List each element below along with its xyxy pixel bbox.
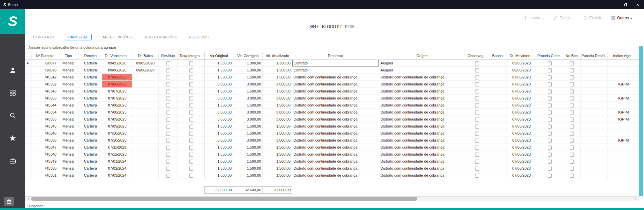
observacao-checkbox[interactable] bbox=[475, 146, 479, 150]
cell-banco[interactable] bbox=[488, 109, 507, 116]
cell-vlr-atualizado[interactable]: 1.500,00 bbox=[263, 74, 292, 81]
vscroll-thumb[interactable] bbox=[639, 46, 643, 196]
cell-parcela-residuo[interactable] bbox=[580, 102, 608, 109]
cell-vlr-original[interactable]: 1.500,00 bbox=[205, 151, 233, 158]
cell-dt-vencimento[interactable]: 07/02/2024 bbox=[102, 165, 132, 172]
table-row[interactable]: 745344 Mensal Carteira 07/08/2023 1.500,… bbox=[25, 102, 639, 109]
cell-vlr-corrigido[interactable]: 3.000,00 bbox=[233, 81, 263, 88]
residuo-checkbox[interactable] bbox=[166, 167, 170, 171]
cell-parcela[interactable]: 745353 bbox=[31, 95, 58, 102]
cell-vlr-original[interactable]: 3.000,00 bbox=[205, 81, 233, 88]
row-indicator-header[interactable] bbox=[25, 52, 31, 60]
no-banco-checkbox[interactable] bbox=[570, 111, 574, 115]
cell-dt-baixa[interactable] bbox=[132, 165, 158, 172]
parcela-contrato-checkbox[interactable] bbox=[548, 146, 552, 150]
cell-vlr-original[interactable]: 1.300,00 bbox=[205, 60, 233, 67]
no-banco-checkbox[interactable] bbox=[570, 146, 574, 150]
cell-parcela-residuo[interactable] bbox=[580, 130, 608, 137]
cell-dt-vencimento[interactable]: 09/06/2020 bbox=[102, 67, 132, 74]
cell-vlr-corrigido[interactable]: 3.000,00 bbox=[233, 95, 263, 102]
parcela-contrato-checkbox[interactable] bbox=[548, 89, 552, 93]
observacao-checkbox[interactable] bbox=[475, 118, 479, 122]
cell-banco[interactable] bbox=[488, 137, 507, 144]
observacao-checkbox[interactable] bbox=[475, 139, 479, 143]
cell-dt-vencimento[interactable]: 07/09/2023 bbox=[102, 116, 132, 123]
apps-grid-icon[interactable] bbox=[9, 89, 16, 96]
cell-indice[interactable] bbox=[608, 144, 639, 151]
cell-parcela[interactable]: 745352 bbox=[31, 81, 58, 88]
column-header-parcela-contr-[interactable]: Parcela Contr... bbox=[536, 52, 563, 60]
cell-parcela-residuo[interactable] bbox=[580, 158, 608, 165]
table-row[interactable]: 745350 Mensal Carteira 07/02/2024 1.500,… bbox=[25, 165, 639, 172]
residuo-checkbox[interactable] bbox=[166, 68, 170, 72]
no-banco-checkbox[interactable] bbox=[570, 139, 574, 143]
cell-processo[interactable]: Distrato com continuidade de cobrança bbox=[292, 95, 379, 102]
column-header-observac-[interactable]: Observaç... bbox=[466, 52, 488, 60]
cell-dt-baixa[interactable] bbox=[132, 130, 158, 137]
cell-parcela[interactable]: 728078 bbox=[31, 67, 58, 74]
column-header-parcela-resid-[interactable]: Parcela Resíd... bbox=[580, 52, 608, 60]
taxa-integrada-checkbox[interactable] bbox=[189, 160, 193, 164]
horizontal-scrollbar[interactable]: ‹ › bbox=[25, 196, 639, 201]
cell-processo[interactable]: Contrato bbox=[292, 60, 379, 67]
cell-dt-movimento[interactable]: 07/06/2023 bbox=[507, 137, 536, 144]
cell-dt-baixa[interactable] bbox=[132, 102, 158, 109]
cell-indice[interactable]: IGP-M bbox=[608, 109, 639, 116]
parcela-contrato-checkbox[interactable] bbox=[548, 82, 552, 86]
taxa-integrada-checkbox[interactable] bbox=[189, 132, 193, 136]
taxa-integrada-checkbox[interactable] bbox=[189, 139, 193, 143]
column-header-dt-baixa[interactable]: Dt. Baixa bbox=[132, 52, 158, 60]
cell-receita[interactable]: Carteira bbox=[79, 151, 102, 158]
cell-banco[interactable] bbox=[488, 116, 507, 123]
tab-antecipacoes[interactable]: ANTECIPAÇÕES bbox=[102, 34, 133, 40]
table-row[interactable]: 745352 Mensal Carteira 07/06/2023 3.000,… bbox=[25, 81, 639, 88]
cell-processo[interactable]: Distrato com continuidade de cobrança bbox=[292, 151, 379, 158]
cell-vlr-corrigido[interactable]: 3.000,00 bbox=[233, 137, 263, 144]
cell-tipo[interactable]: Mensal bbox=[58, 109, 79, 116]
cell-origem[interactable]: Distrato com continuidade de cobrança bbox=[379, 74, 466, 81]
table-row[interactable]: 745353 Mensal Carteira 07/07/2023 3.000,… bbox=[25, 95, 639, 102]
observacao-checkbox[interactable] bbox=[475, 125, 479, 129]
cell-parcela-residuo[interactable] bbox=[580, 60, 608, 67]
no-banco-checkbox[interactable] bbox=[570, 125, 574, 129]
parcela-contrato-checkbox[interactable] bbox=[548, 139, 552, 143]
cell-origem[interactable]: Distrato com continuidade de cobrança bbox=[379, 144, 466, 151]
cell-origem[interactable]: Distrato com continuidade de cobrança bbox=[379, 102, 466, 109]
cell-dt-movimento[interactable]: 07/06/2023 bbox=[507, 130, 536, 137]
taxa-integrada-checkbox[interactable] bbox=[189, 153, 193, 157]
cell-parcela[interactable]: 745356 bbox=[31, 137, 58, 144]
cell-vlr-atualizado[interactable]: 1.300,00 bbox=[263, 67, 292, 74]
tab-parcelas[interactable]: PARCELAS bbox=[65, 34, 92, 40]
cell-vlr-corrigido[interactable]: 3.000,00 bbox=[233, 116, 263, 123]
no-banco-checkbox[interactable] bbox=[570, 61, 574, 65]
cell-receita[interactable]: Carteira bbox=[79, 109, 102, 116]
observacao-checkbox[interactable] bbox=[475, 160, 479, 164]
cell-origem[interactable]: Distrato com continuidade de cobrança bbox=[379, 88, 466, 95]
cell-vlr-atualizado[interactable]: 1.500,00 bbox=[263, 123, 292, 130]
cell-dt-vencimento[interactable]: 07/07/2023 bbox=[102, 88, 132, 95]
cell-parcela[interactable]: 745344 bbox=[31, 102, 58, 109]
parcela-contrato-checkbox[interactable] bbox=[548, 125, 552, 129]
cell-processo[interactable]: Distrato com continuidade de cobrança bbox=[292, 165, 379, 172]
cell-dt-vencimento[interactable]: 07/08/2023 bbox=[102, 109, 132, 116]
cell-vlr-original[interactable]: 1.500,00 bbox=[205, 102, 233, 109]
cell-vlr-corrigido[interactable]: 1.500,00 bbox=[233, 102, 263, 109]
cell-dt-movimento[interactable]: 07/06/2023 bbox=[507, 102, 536, 109]
cell-tipo[interactable]: Mensal bbox=[58, 137, 79, 144]
cell-parcela[interactable]: 745355 bbox=[31, 116, 58, 123]
cell-dt-vencimento[interactable]: 07/10/2023 bbox=[102, 130, 132, 137]
cell-origem[interactable]: Distrato com continuidade de cobrança bbox=[379, 137, 466, 144]
observacao-checkbox[interactable] bbox=[475, 111, 479, 115]
column-header-origem[interactable]: Origem bbox=[379, 52, 466, 60]
cell-receita[interactable]: Carteira bbox=[79, 130, 102, 137]
briefcase-icon[interactable] bbox=[9, 157, 16, 165]
cell-tipo[interactable]: Mensal bbox=[58, 74, 79, 81]
vertical-scrollbar[interactable] bbox=[639, 46, 643, 197]
taxa-integrada-checkbox[interactable] bbox=[189, 167, 193, 171]
cell-indice[interactable]: IGP-M bbox=[608, 137, 639, 144]
cell-dt-vencimento[interactable]: 07/07/2023 bbox=[102, 95, 132, 102]
cell-banco[interactable] bbox=[488, 102, 507, 109]
cell-vlr-atualizado[interactable]: 1.500,00 bbox=[263, 165, 292, 172]
column-header-banco[interactable]: Banco bbox=[488, 52, 507, 60]
cell-indice[interactable] bbox=[608, 123, 639, 130]
